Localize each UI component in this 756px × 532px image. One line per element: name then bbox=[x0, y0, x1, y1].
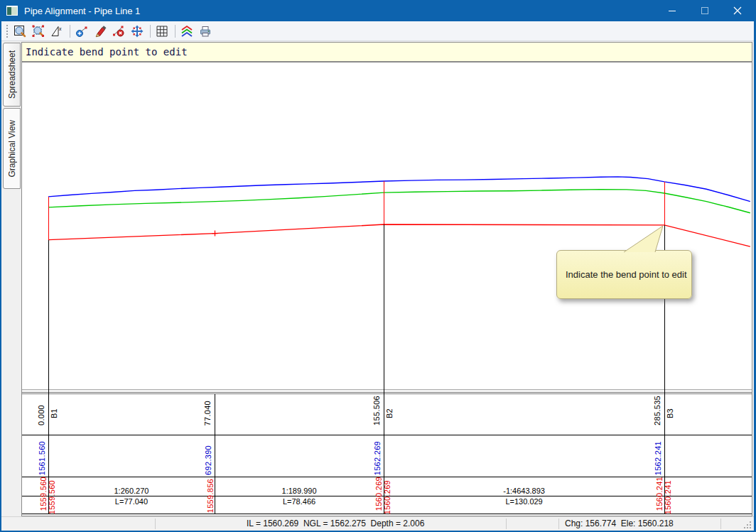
tab-spreadsheet-label: Spreadsheet bbox=[7, 50, 17, 99]
minimize-icon bbox=[668, 6, 676, 15]
delete-bend-point-button[interactable] bbox=[111, 23, 128, 40]
message-bar: Indicate bend point to edit bbox=[21, 42, 752, 62]
edit-bend-point-button[interactable] bbox=[92, 23, 109, 40]
zoom-window-icon bbox=[31, 24, 45, 38]
status-separator bbox=[155, 519, 156, 529]
toolbar-separator bbox=[175, 25, 176, 38]
toolbar-separator bbox=[70, 25, 70, 38]
profiles-button[interactable] bbox=[179, 23, 196, 40]
grid-button[interactable] bbox=[154, 23, 171, 40]
window-title: Pipe Alignment - Pipe Line 1 bbox=[24, 6, 140, 16]
print-button[interactable] bbox=[198, 23, 215, 40]
splitter[interactable] bbox=[22, 389, 752, 390]
zoom-window-button[interactable] bbox=[31, 23, 48, 40]
splitter[interactable] bbox=[22, 392, 752, 393]
grid-icon bbox=[155, 24, 169, 38]
bend-tooltip-tail bbox=[620, 223, 670, 253]
status-separator bbox=[558, 519, 559, 529]
close-icon bbox=[733, 6, 742, 15]
profiles-icon bbox=[180, 24, 194, 38]
add-bend-point-button[interactable] bbox=[74, 23, 91, 40]
status-separator bbox=[506, 519, 507, 529]
toolbar: x bbox=[1, 21, 754, 41]
message-text: Indicate bend point to edit bbox=[26, 46, 188, 58]
status-readout: IL = 1560.269 NGL = 1562.275 Depth = 2.0… bbox=[247, 517, 424, 531]
scale-annotation-button[interactable]: x bbox=[49, 23, 66, 40]
delete-bend-point-icon bbox=[112, 24, 126, 38]
zoom-extents-icon bbox=[13, 24, 27, 38]
tab-spreadsheet[interactable]: Spreadsheet bbox=[3, 43, 21, 107]
bend-point-B2[interactable] bbox=[380, 220, 389, 229]
splitter[interactable] bbox=[22, 390, 752, 392]
app-icon bbox=[6, 6, 18, 16]
move-bend-point-button[interactable] bbox=[129, 23, 146, 40]
tab-graphical-view-label: Graphical View bbox=[7, 120, 17, 177]
series-design-level bbox=[48, 190, 750, 213]
zoom-extents-button[interactable] bbox=[12, 23, 29, 40]
series-natural-ground-level bbox=[48, 177, 750, 202]
scale-annotation-icon: x bbox=[50, 24, 64, 38]
svg-text:x: x bbox=[58, 26, 62, 32]
edit-bend-point-icon bbox=[93, 24, 107, 38]
maximize-icon bbox=[701, 6, 709, 15]
resize-grip[interactable] bbox=[743, 521, 752, 530]
status-bar: IL = 1560.269 NGL = 1562.275 Depth = 2.0… bbox=[1, 516, 754, 531]
window-border-left bbox=[0, 0, 1, 532]
toolbar-separator bbox=[150, 25, 151, 38]
toolbar-grip[interactable] bbox=[5, 25, 9, 38]
maximize-button[interactable] bbox=[688, 0, 721, 21]
splitter[interactable] bbox=[22, 393, 752, 393]
status-position: Chg: 156.774 Ele: 1560.218 bbox=[565, 517, 674, 531]
status-separator bbox=[720, 519, 721, 529]
move-bend-point-icon bbox=[130, 24, 144, 38]
bend-point-B1[interactable] bbox=[45, 236, 53, 244]
splitter[interactable] bbox=[22, 393, 752, 394]
tab-graphical-view[interactable]: Graphical View bbox=[3, 108, 21, 189]
bend-tooltip-text: Indicate the bend point to edit bbox=[566, 269, 687, 280]
minimize-button[interactable] bbox=[656, 0, 688, 21]
close-button[interactable] bbox=[721, 0, 754, 21]
app-window: Pipe Alignment - Pipe Line 1 bbox=[0, 0, 756, 532]
intermediate-point-marker[interactable] bbox=[212, 231, 218, 237]
print-icon bbox=[198, 24, 212, 38]
title-bar[interactable]: Pipe Alignment - Pipe Line 1 bbox=[0, 0, 756, 21]
bend-tooltip: Indicate the bend point to edit bbox=[556, 250, 692, 299]
add-bend-point-icon bbox=[75, 24, 89, 38]
